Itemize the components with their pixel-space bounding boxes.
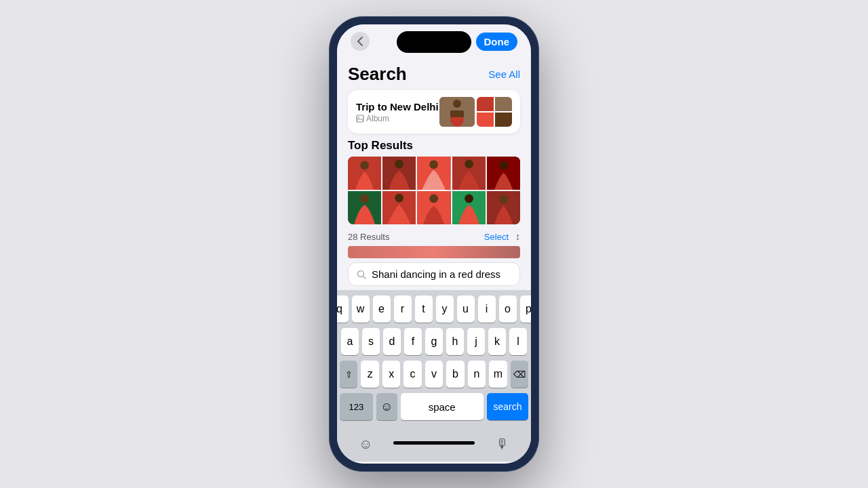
phone-wrapper: Done Search See All Trip to New Delhi Al…: [329, 16, 539, 472]
key-a[interactable]: a: [341, 328, 359, 355]
shift-key[interactable]: ⇧: [340, 361, 357, 388]
key-y[interactable]: y: [436, 296, 454, 323]
keyboard-row-2: a s d f g h j k l: [340, 328, 528, 355]
key-l[interactable]: l: [509, 328, 527, 355]
svg-point-1: [358, 117, 359, 118]
svg-point-25: [499, 195, 508, 204]
photo-cell-1[interactable]: [348, 157, 381, 190]
svg-point-15: [499, 161, 508, 169]
photo-grid: [348, 157, 520, 224]
search-icon: [357, 270, 366, 279]
photo-cell-7[interactable]: [382, 191, 416, 224]
key-t[interactable]: t: [415, 296, 433, 323]
numbers-key[interactable]: 123: [340, 393, 373, 420]
key-g[interactable]: g: [425, 328, 443, 355]
dynamic-island: [397, 31, 471, 53]
album-thumbnails: [439, 97, 512, 127]
key-m[interactable]: m: [489, 361, 507, 388]
key-z[interactable]: z: [361, 361, 378, 388]
svg-point-19: [395, 194, 403, 203]
svg-rect-5: [450, 110, 464, 117]
search-input-value: Shani dancing in a red dress: [372, 268, 511, 280]
key-f[interactable]: f: [404, 328, 422, 355]
key-o[interactable]: o: [499, 296, 517, 323]
keyboard: q w e r t y u i o p a s: [337, 290, 531, 430]
back-button[interactable]: [351, 32, 370, 51]
keyboard-row-3: ⇧ z x c v b n m ⌫: [340, 361, 528, 388]
svg-line-27: [363, 276, 366, 279]
album-type: Album: [356, 114, 439, 123]
photo-strip: [348, 246, 520, 258]
svg-point-23: [465, 195, 473, 203]
photo-cell-4[interactable]: [452, 157, 486, 190]
key-p[interactable]: p: [520, 296, 532, 323]
see-all-link[interactable]: See All: [488, 68, 520, 80]
search-input-row: Shani dancing in a red dress: [337, 258, 531, 290]
results-actions: Select ↕: [484, 231, 520, 242]
key-i[interactable]: i: [478, 296, 496, 323]
keyboard-row-4: 123 ☺ space search: [340, 393, 528, 424]
key-h[interactable]: h: [446, 328, 464, 355]
key-b[interactable]: b: [446, 361, 464, 388]
key-d[interactable]: d: [383, 328, 401, 355]
top-results-section: Top Results: [337, 139, 531, 227]
key-x[interactable]: x: [382, 361, 400, 388]
album-card[interactable]: Trip to New Delhi Album: [348, 90, 520, 134]
svg-point-9: [395, 160, 403, 169]
key-k[interactable]: k: [488, 328, 506, 355]
album-thumb-2: [477, 97, 512, 127]
top-results-title: Top Results: [348, 139, 520, 152]
album-name: Trip to New Delhi: [356, 101, 439, 113]
emoji-button[interactable]: ☺: [353, 431, 378, 458]
key-q[interactable]: q: [337, 296, 349, 323]
photo-cell-8[interactable]: [417, 191, 450, 224]
svg-point-7: [360, 161, 369, 169]
key-e[interactable]: e: [373, 296, 391, 323]
album-thumb-1: [439, 97, 475, 127]
svg-point-13: [465, 160, 473, 169]
photo-cell-3[interactable]: [417, 157, 450, 190]
space-key[interactable]: space: [401, 393, 484, 420]
photo-cell-6[interactable]: [348, 191, 381, 224]
results-count: 28 Results: [348, 232, 389, 242]
svg-point-17: [360, 195, 369, 203]
album-info: Trip to New Delhi Album: [356, 101, 439, 123]
key-v[interactable]: v: [425, 361, 443, 388]
search-title: Search: [348, 64, 407, 85]
svg-point-21: [430, 195, 439, 203]
key-j[interactable]: j: [467, 328, 485, 355]
page-background: Done Search See All Trip to New Delhi Al…: [0, 0, 868, 488]
select-button[interactable]: Select: [484, 232, 509, 242]
search-key[interactable]: search: [487, 393, 528, 420]
results-bar: 28 Results Select ↕: [337, 227, 531, 246]
keyboard-row-1: q w e r t y u i o p: [340, 296, 528, 323]
home-bar: [393, 441, 475, 445]
svg-point-11: [430, 160, 439, 169]
emoji-key[interactable]: ☺: [376, 393, 397, 420]
key-n[interactable]: n: [468, 361, 486, 388]
photo-cell-9[interactable]: [452, 191, 486, 224]
key-s[interactable]: s: [362, 328, 380, 355]
mic-button[interactable]: 🎙: [490, 431, 515, 458]
delete-key[interactable]: ⌫: [511, 361, 528, 388]
sort-icon[interactable]: ↕: [515, 231, 520, 242]
done-button[interactable]: Done: [476, 33, 518, 51]
key-r[interactable]: r: [394, 296, 412, 323]
photo-cell-10[interactable]: [487, 191, 520, 224]
photo-cell-5[interactable]: [487, 157, 520, 190]
key-c[interactable]: c: [403, 361, 421, 388]
key-u[interactable]: u: [457, 296, 475, 323]
bottom-safe-area: ☺ 🎙: [337, 430, 531, 462]
phone-screen: Done Search See All Trip to New Delhi Al…: [337, 24, 531, 464]
svg-point-3: [453, 100, 461, 108]
content-area: Search See All Trip to New Delhi Album: [337, 58, 531, 464]
svg-rect-0: [357, 115, 363, 122]
key-w[interactable]: w: [352, 296, 370, 323]
search-input-box[interactable]: Shani dancing in a red dress: [348, 262, 520, 286]
photo-cell-2[interactable]: [382, 157, 416, 190]
search-header: Search See All: [337, 58, 531, 87]
